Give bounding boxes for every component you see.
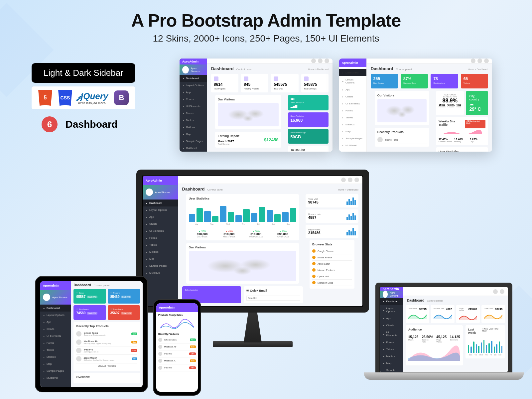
avatar (182, 66, 189, 73)
brand-logo: AproAdmin (339, 59, 366, 67)
preview-phone: AproAdmin Products Yearly Sales Recently… (153, 299, 201, 396)
user-statistics-chart[interactable] (189, 202, 296, 222)
sidebar-item-ui-elements[interactable]: UI Elements (40, 332, 71, 339)
user-icon[interactable] (477, 59, 482, 63)
hero-title: A Pro Bootstrap Admin Template (0, 10, 532, 31)
yearly-sales-chart[interactable] (158, 318, 196, 331)
sidebar-item-mailbox[interactable]: Mailbox (143, 248, 178, 255)
preview-dashboard-1: AproAdmin Apro Simons DashboardLayout Op… (180, 59, 332, 152)
sidebar-item-charts[interactable]: Charts (180, 96, 207, 103)
settings-icon[interactable] (484, 59, 489, 63)
sidebar-item-sample-pages[interactable]: Sample Pages (40, 367, 71, 374)
lastweek-chart[interactable] (468, 336, 503, 353)
breadcrumb[interactable]: Home > Dashboard (308, 68, 329, 70)
world-map[interactable] (377, 99, 427, 122)
tech-logos: 5 CSS 𝒿jQuerywrite less, do more. B (32, 86, 135, 109)
audience-chart[interactable] (408, 345, 460, 361)
sidebar-item-sample-pages[interactable]: Sample Pages (380, 367, 403, 372)
sidebar-item-map[interactable]: Map (143, 255, 178, 262)
sidebar-item-app[interactable]: App (40, 319, 71, 326)
settings-icon[interactable] (325, 59, 329, 63)
sidebar-item-charts[interactable]: Charts (339, 93, 366, 100)
world-map[interactable] (189, 251, 296, 281)
list-item[interactable]: apple WatchStay active. Stay healthy. St… (76, 355, 137, 363)
sidebar-item-mailbox[interactable]: Mailbox (339, 121, 366, 128)
list-item[interactable]: iphone 7plusvero eros et laboris commodo… (76, 330, 137, 338)
sidebar-item-tables[interactable]: Tables (180, 117, 207, 124)
sidebar-item-mailbox[interactable]: Mailbox (40, 353, 71, 360)
email-input[interactable] (246, 296, 300, 301)
list-item[interactable]: MacBook AirMake big things happen. All d… (76, 338, 137, 346)
sidebar-item-charts[interactable]: Charts (40, 326, 71, 332)
sidebar-item-forms[interactable]: Forms (40, 339, 71, 346)
sidebar-item-layout-options[interactable]: Layout Options (143, 206, 178, 213)
sidebar-item-map[interactable]: Map (339, 128, 366, 135)
jquery-icon: 𝒿jQuerywrite less, do more. (78, 91, 108, 105)
sidebar-item-tables[interactable]: Tables (339, 114, 366, 121)
sidebar-item-app[interactable]: App (339, 86, 366, 93)
preview-dashboard-2: AproAdmin DashboardLayout OptionsAppChar… (339, 59, 492, 152)
sidebar-item-charts[interactable]: Charts (380, 322, 403, 329)
html5-icon: 5 (38, 90, 52, 106)
css3-icon: CSS (58, 90, 72, 106)
dashboard-count-row: 6 Dashboard (42, 116, 118, 132)
view-all-button[interactable]: View All Products (76, 363, 137, 368)
sidebar-item-layout-options[interactable]: Layout Options (339, 76, 366, 86)
sidebar-item-dashboard[interactable]: Dashboard (143, 200, 178, 206)
sidebar-item-dashboard[interactable]: Dashboard (380, 298, 403, 305)
dashboard-count-badge: 6 (42, 116, 58, 132)
brand-logo: AproAdmin (180, 59, 207, 65)
page-title: Dashboard (211, 66, 234, 71)
list-item[interactable]: iPad Proanything you can do-25% (76, 346, 137, 355)
sidebar-item-map[interactable]: Map (40, 360, 71, 367)
sidebar-item-ui-elements[interactable]: UI Elements (339, 100, 366, 107)
world-map[interactable] (218, 103, 279, 126)
preview-laptop: AproAdmin Apro Simons DashboardLayout Op… (364, 283, 524, 392)
sidebar-item-sample-pages[interactable]: Sample Pages (339, 135, 366, 142)
sidebar-item-app[interactable]: App (143, 213, 178, 220)
sidebar-item-forms[interactable]: Forms (143, 234, 178, 241)
sidebar-item-forms[interactable]: Forms (180, 110, 207, 117)
sidebar-item-forms[interactable]: Forms (339, 107, 366, 114)
sidebar-item-map[interactable]: Map (380, 360, 403, 367)
sidebar-item-charts[interactable]: Charts (143, 220, 178, 227)
sidebar-item-map[interactable]: Map (180, 131, 207, 138)
sidebar-item-tables[interactable]: Tables (143, 241, 178, 248)
sidebar-item-sample-pages[interactable]: Sample Pages (143, 262, 178, 269)
hero-subtitle: 12 Skins, 2000+ Icons, 250+ Pages, 150+ … (0, 33, 532, 44)
sidebar-item-mailbox[interactable]: Mailbox (380, 353, 403, 360)
sidebar-item-ui-elements[interactable]: UI Elements (380, 329, 403, 339)
notification-icon[interactable] (311, 59, 316, 63)
sidebar-mode-pill: Light & Dark Sidebar (32, 63, 135, 83)
sidebar-item-dashboard[interactable]: Dashboard (339, 69, 366, 76)
sidebar-item-mailbox[interactable]: Mailbox (180, 124, 207, 131)
sidebar-item-layout-options[interactable]: Layout Options (380, 305, 403, 315)
sidebar-item-tables[interactable]: Tables (40, 346, 71, 353)
sidebar-item-dashboard[interactable]: Dashboard (180, 75, 207, 82)
sidebar-item-multilevel[interactable]: Multilevel (180, 145, 207, 152)
user-icon[interactable] (318, 59, 323, 63)
dashboard-count-label: Dashboard (66, 119, 118, 130)
sidebar-item-ui-elements[interactable]: UI Elements (180, 103, 207, 110)
sidebar-item-ui-elements[interactable]: UI Elements (143, 227, 178, 234)
sidebar-item-app[interactable]: App (180, 89, 207, 96)
sidebar-item-layout-options[interactable]: Layout Options (180, 82, 207, 89)
sidebar-item-app[interactable]: App (380, 315, 403, 322)
notification-icon[interactable] (471, 59, 475, 63)
preview-tablet: AproAdmin Apro Simons DashboardLayout Op… (35, 276, 148, 392)
sidebar-item-forms[interactable]: Forms (380, 339, 403, 346)
bootstrap-icon: B (114, 90, 129, 105)
sidebar-item-multilevel[interactable]: Multilevel (143, 269, 178, 276)
sidebar-item-multilevel[interactable]: Multilevel (339, 142, 366, 149)
sidebar-item-dashboard[interactable]: Dashboard (40, 305, 71, 312)
sidebar-item-sample-pages[interactable]: Sample Pages (180, 138, 207, 145)
sidebar-item-layout-options[interactable]: Layout Options (40, 312, 71, 319)
sidebar-item-tables[interactable]: Tables (380, 346, 403, 353)
sidebar-item-multilevel[interactable]: Multilevel (40, 374, 71, 381)
